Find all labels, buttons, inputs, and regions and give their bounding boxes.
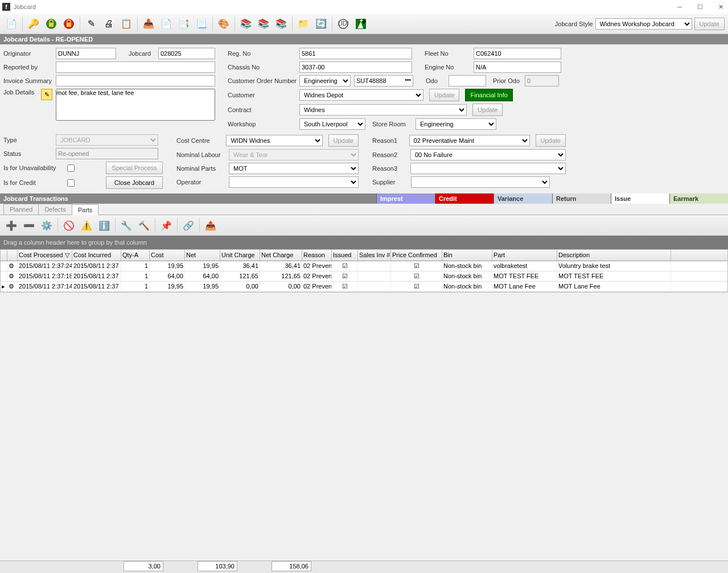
lock-green-icon[interactable] [43, 16, 59, 32]
col-header[interactable]: Sales Inv # [358, 250, 391, 261]
workshop-select[interactable]: South Liverpool [299, 118, 365, 130]
doc1-icon[interactable]: 📥 [141, 16, 157, 32]
issue-button[interactable]: Issue [611, 193, 669, 204]
jobcard-style-select[interactable]: Widnes Workshop Jobcard [595, 18, 692, 30]
jobcard-field[interactable] [158, 48, 215, 59]
stack3-icon[interactable]: 📚 [273, 16, 289, 32]
parts-warn-icon[interactable]: ⚠️ [79, 217, 94, 233]
cuson-select[interactable]: Engineering [299, 75, 351, 86]
regno-field[interactable] [299, 48, 412, 59]
palette-icon[interactable]: 🎨 [216, 16, 232, 32]
close-jobcard-button[interactable]: Close Jobcard [106, 176, 163, 189]
cuson-field[interactable] [354, 75, 413, 86]
doc3-icon[interactable]: 📑 [176, 16, 192, 32]
parts-info-icon[interactable]: ℹ️ [96, 217, 112, 233]
stamp-icon[interactable]: AUDIT [335, 16, 351, 32]
tab-planned[interactable]: Planned [3, 204, 39, 215]
operator-select[interactable] [229, 176, 359, 188]
return-button[interactable]: Return [552, 193, 611, 204]
key-icon[interactable]: 🔑 [26, 16, 42, 32]
table-row[interactable]: ▸⚙2015/08/11 2:37:142015/08/11 2:37119,9… [1, 282, 727, 292]
header-update-button[interactable]: Update [694, 18, 725, 30]
chassisno-field[interactable] [299, 61, 412, 73]
costcentre-update-button[interactable]: Update [328, 134, 359, 147]
maximize-button[interactable]: ☐ [695, 2, 705, 12]
col-header[interactable]: Cost Incurred [72, 250, 121, 261]
engineno-field[interactable] [474, 61, 561, 73]
parts-stamp-icon[interactable]: 📌 [158, 217, 174, 233]
storeroom-select[interactable]: Engineering [416, 118, 496, 130]
table-row[interactable]: ⚙2015/08/11 2:37:242015/08/11 2:37119,95… [1, 261, 727, 271]
edit-icon[interactable]: ✎ [83, 16, 99, 32]
customer-update-button[interactable]: Update [429, 89, 459, 101]
parts-tool2-icon[interactable]: 🔨 [136, 217, 152, 233]
isunav-checkbox[interactable] [67, 164, 75, 172]
imprest-button[interactable]: Imprest [376, 193, 435, 204]
col-header[interactable]: Part [492, 250, 557, 261]
fleetno-field[interactable] [474, 48, 561, 59]
col-header[interactable]: Reason [302, 250, 332, 261]
supplier-select[interactable] [411, 176, 550, 188]
note-icon[interactable]: ✎ [41, 89, 52, 100]
lock-red-icon[interactable] [61, 16, 77, 32]
reason1-select[interactable]: 02 Preventative Maint [409, 135, 530, 146]
tab-defects[interactable]: Defects [38, 204, 72, 215]
doc2-icon[interactable]: 📄 [158, 16, 174, 32]
parts-tool1-icon[interactable]: 🔧 [118, 217, 134, 233]
print-icon[interactable]: 🖨 [101, 16, 117, 32]
exit-icon[interactable] [353, 16, 369, 32]
col-header[interactable]: Price Confirmed [391, 250, 442, 261]
jobcard-label: Jobcard [129, 50, 155, 57]
col-header[interactable]: Cost [150, 250, 185, 261]
col-header[interactable]: Description [557, 250, 671, 261]
parts-remove-icon[interactable]: ➖ [21, 217, 37, 233]
special-process-button[interactable]: Special Process [106, 162, 163, 174]
reason1-update-button[interactable]: Update [536, 134, 566, 147]
group-hint[interactable]: Drag a column header here to group by th… [0, 236, 728, 249]
parts-link-icon[interactable]: 🔗 [180, 217, 196, 233]
col-header[interactable]: Unit Charge [220, 250, 260, 261]
stack1-icon[interactable]: 📚 [238, 16, 254, 32]
col-header[interactable]: Net [185, 250, 220, 261]
new-icon[interactable]: 📄 [3, 16, 19, 32]
tab-parts[interactable]: Parts [72, 204, 99, 215]
parts-gear-icon[interactable]: ⚙️ [39, 217, 55, 233]
ellipsis-icon[interactable]: ••• [405, 77, 411, 83]
variance-button[interactable]: Variance [493, 193, 552, 204]
invsum-field[interactable] [56, 75, 215, 86]
originator-field[interactable] [56, 48, 116, 59]
table-row[interactable]: ⚙2015/08/11 2:37:182015/08/11 2:37164,00… [1, 271, 727, 282]
svg-rect-1 [49, 23, 54, 27]
reason2-select[interactable]: 00 No Failure [410, 149, 566, 160]
financial-info-button[interactable]: Financial Info [465, 89, 512, 101]
iscredit-checkbox[interactable] [67, 179, 75, 187]
parts-cancel-icon[interactable]: 🚫 [61, 217, 77, 233]
col-header[interactable]: Net Charge [260, 250, 302, 261]
reportedby-field[interactable] [56, 61, 215, 73]
jobdetails-field[interactable] [56, 89, 215, 121]
odo-field[interactable] [449, 75, 486, 86]
refresh-icon[interactable]: 🔄 [313, 16, 329, 32]
minimize-button[interactable]: ─ [674, 2, 685, 12]
doc4-icon[interactable]: 📃 [194, 16, 209, 32]
close-button[interactable]: ✕ [715, 2, 726, 12]
folder-icon[interactable]: 📁 [295, 16, 311, 32]
parts-export-icon[interactable]: 📤 [203, 217, 219, 233]
reason3-select[interactable] [410, 163, 566, 174]
col-header[interactable]: Bin [442, 250, 492, 261]
nomparts-select[interactable]: MOT [229, 163, 359, 174]
costcentre-select[interactable]: WIDN Widnes [226, 135, 322, 146]
preview-icon[interactable]: 📋 [118, 16, 134, 32]
stack2-icon[interactable]: 📚 [256, 16, 272, 32]
col-header[interactable]: Qty-A [121, 250, 150, 261]
col-header[interactable] [7, 250, 18, 261]
contract-update-button[interactable]: Update [472, 104, 503, 116]
col-header[interactable] [1, 250, 7, 261]
earmark-button[interactable]: Earmark [669, 193, 728, 204]
col-header[interactable]: Issued [332, 250, 358, 261]
parts-add-icon[interactable]: ➕ [3, 217, 19, 233]
contract-select[interactable]: Widnes [299, 104, 467, 116]
credit-button[interactable]: Credit [435, 193, 493, 204]
col-header[interactable]: Cost Processed ▽ [18, 250, 72, 261]
customer-select[interactable]: Widnes Depot [299, 89, 423, 101]
